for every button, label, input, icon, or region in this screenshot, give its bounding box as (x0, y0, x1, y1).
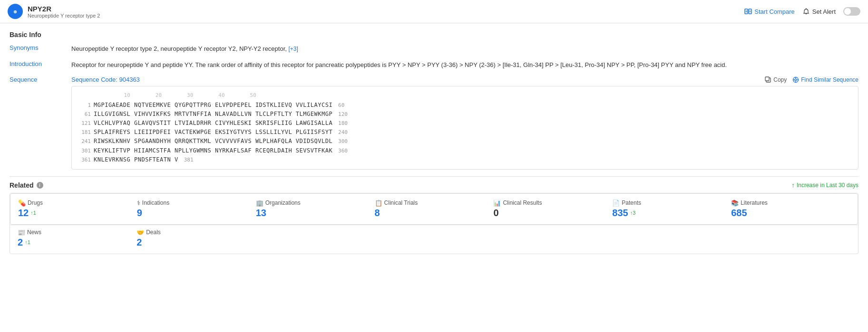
related-item: 📊 Clinical Results 0 (493, 199, 612, 218)
related-item-label: 📊 Clinical Results (493, 199, 612, 207)
related-item-icon: 💊 (18, 199, 26, 207)
sequence-line: 301KEYKLIFTVP HIIAMCSTFA NPLLYGWMNS NYRK… (78, 146, 848, 155)
sequence-content: Sequence Code: 904363 Copy (71, 76, 858, 170)
sequence-header: Sequence Code: 904363 Copy (71, 76, 858, 83)
seq-start-num: 1 (78, 101, 91, 110)
related-item-name: Patents (622, 199, 641, 206)
related-item-icon: 📰 (18, 229, 25, 236)
related-item-count[interactable]: 0 (493, 208, 612, 218)
related-item-icon: 📚 (731, 199, 739, 207)
related-item-icon: 📋 (375, 199, 382, 207)
related-item-name: Deals (146, 229, 161, 236)
header-left: ⊕ NPY2R Neuropeptide Y receptor type 2 (8, 4, 100, 19)
sequence-line: 121VLCHLVPYAQ GLAVQVSTIT LTVIALDRHR CIVY… (78, 119, 848, 128)
seq-end-num: 360 (338, 147, 348, 155)
synonyms-row: Synonyms Neuropeptide Y receptor type 2,… (10, 44, 858, 54)
entity-title: NPY2R (28, 5, 100, 13)
alert-toggle[interactable] (843, 7, 860, 16)
seq-start-num: 241 (78, 137, 91, 146)
sequence-line: 181SPLAIFREYS LIEIIPDFEI VACTEKWPGE EKSI… (78, 128, 848, 137)
seq-end-num: 60 (338, 101, 344, 110)
seq-data: VLCHLVPYAQ GLAVQVSTIT LTVIALDRHR CIVYHLE… (94, 119, 332, 128)
related-item-count[interactable]: 13 (256, 208, 375, 218)
related-item: 🤝 Deals 2 (137, 229, 255, 248)
introduction-value: Receptor for neuropeptide Y and peptide … (71, 60, 858, 70)
sequence-code-link[interactable]: Sequence Code: 904363 (71, 76, 140, 83)
related-item-icon: 🏢 (256, 199, 263, 207)
related-item-icon: 🤝 (137, 229, 144, 236)
related-item-count[interactable]: 2 (137, 237, 255, 248)
seq-data: MGPIGAEADE NQTVEEMKVE QYGPQTTPRG ELVPDPE… (94, 101, 332, 110)
seq-data: SPLAIFREYS LIEIIPDFEI VACTEKWPGE EKSIYGT… (94, 128, 332, 137)
entity-subtitle: Neuropeptide Y receptor type 2 (28, 13, 100, 19)
related-item: 🏢 Organizations 13 (256, 199, 375, 218)
related-item-label: ⚕ Indications (137, 199, 256, 207)
related-header: Related i ↑ Increase in Last 30 days (10, 176, 858, 193)
related-item-name: News (27, 229, 41, 236)
seq-start-num: 361 (78, 156, 91, 164)
seq-data: KEYKLIFTVP HIIAMCSTFA NPLLYGWMNS NYRKAFL… (94, 146, 332, 155)
find-similar-icon (792, 76, 799, 83)
find-similar-button[interactable]: Find Similar Sequence (792, 76, 858, 83)
sequence-lines: 1MGPIGAEADE NQTVEEMKVE QYGPQTTPRG ELVPDP… (78, 101, 848, 164)
related-info-icon[interactable]: i (37, 182, 43, 189)
related-item-label: 💊 Drugs (18, 199, 137, 207)
related-item: 📄 Patents 835↑3 (612, 199, 731, 218)
header-title-group: NPY2R Neuropeptide Y receptor type 2 (28, 5, 100, 19)
increase-badge: ↑3 (630, 210, 636, 216)
main-content: Basic Info Synonyms Neuropeptide Y recep… (0, 23, 868, 262)
related-item-icon: 📊 (493, 199, 501, 207)
app-logo-icon: ⊕ (8, 4, 23, 19)
related-item: 💊 Drugs 12↑1 (18, 199, 137, 218)
related-item-label: 🏢 Organizations (256, 199, 375, 207)
increase-badge: ↑1 (25, 239, 30, 245)
related-item-label: 📚 Literatures (731, 199, 850, 207)
related-item-name: Drugs (28, 199, 43, 206)
related-grid-container: 💊 Drugs 12↑1 ⚕ Indications 9 🏢 Organizat… (10, 193, 858, 254)
seq-data: KNLEVRKNSG PNDSFTEATN V (94, 155, 178, 164)
sequence-line: 1MGPIGAEADE NQTVEEMKVE QYGPQTTPRG ELVPDP… (78, 101, 848, 110)
alert-icon (802, 8, 810, 15)
seq-start-num: 61 (78, 110, 91, 119)
related-item-count[interactable]: 2↑1 (18, 237, 137, 248)
seq-end-num: 120 (338, 110, 348, 119)
seq-data: ILLGVIGNSL VIHVVIKFKS MRTVTNFFIA NLAVADL… (94, 110, 332, 119)
sequence-line: 361KNLEVRKNSG PNDSFTEATN V381 (78, 155, 848, 164)
start-compare-button[interactable]: Start Compare (744, 8, 795, 15)
related-row2: 📰 News 2↑1 🤝 Deals 2 (10, 225, 858, 254)
related-item-count[interactable]: 8 (375, 208, 494, 218)
svg-point-9 (795, 79, 797, 81)
introduction-label: Introduction (10, 60, 71, 67)
related-item: 📚 Literatures 685 (731, 199, 850, 218)
seq-end-num: 240 (338, 128, 348, 137)
related-item-name: Indications (142, 199, 169, 206)
sequence-label: Sequence (10, 76, 71, 83)
related-item-name: Literatures (741, 199, 768, 206)
related-item-label: 🤝 Deals (137, 229, 255, 236)
related-item-label: 📄 Patents (612, 199, 731, 207)
synonyms-more-link[interactable]: [+3] (289, 46, 298, 52)
related-item: ⚕ Indications 9 (137, 199, 256, 218)
svg-text:⊕: ⊕ (13, 9, 17, 14)
related-item-count[interactable]: 12↑1 (18, 208, 137, 218)
app-header: ⊕ NPY2R Neuropeptide Y receptor type 2 S… (0, 0, 868, 23)
copy-button[interactable]: Copy (765, 76, 787, 83)
set-alert-button[interactable]: Set Alert (802, 8, 836, 15)
related-item: 📋 Clinical Trials 8 (375, 199, 494, 218)
synonyms-label: Synonyms (10, 44, 71, 51)
increase-badge: ↑1 (30, 210, 36, 216)
related-item-count[interactable]: 835↑3 (612, 208, 731, 218)
related-increase-text: ↑ Increase in Last 30 days (791, 181, 858, 189)
sequence-row: Sequence Sequence Code: 904363 Copy (10, 76, 858, 170)
sequence-actions: Copy Find Similar Sequence (765, 76, 858, 83)
related-row1: 💊 Drugs 12↑1 ⚕ Indications 9 🏢 Organizat… (10, 193, 858, 225)
seq-start-num: 121 (78, 119, 91, 128)
seq-end-num: 180 (338, 119, 348, 128)
related-item-count[interactable]: 9 (137, 208, 256, 218)
related-item-name: Clinical Results (503, 199, 542, 206)
seq-data: RIWSKLKNHV SPGAANDHYH QRRQKTTKML VCVVVVF… (94, 137, 332, 146)
sequence-box[interactable]: 10 20 30 40 50 1MGPIGAEADE NQTVEEMKVE QY… (71, 86, 858, 170)
svg-rect-7 (765, 77, 769, 81)
header-actions: Start Compare Set Alert (744, 7, 860, 16)
related-item-count[interactable]: 685 (731, 208, 850, 218)
